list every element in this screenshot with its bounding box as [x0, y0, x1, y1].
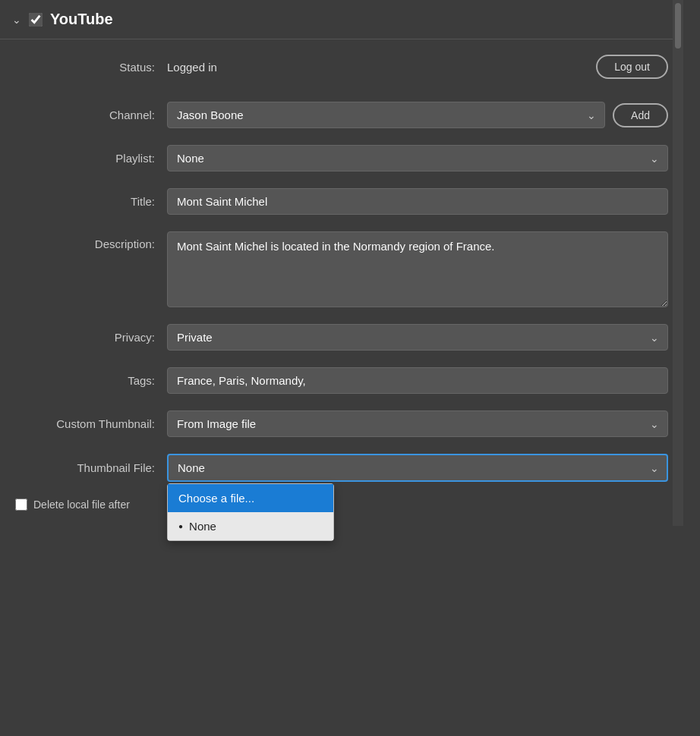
add-channel-button[interactable]: Add — [613, 103, 668, 127]
thumbnail-file-row: Thumbnail File: None ⌄ Choose a file... … — [15, 454, 668, 482]
scrollbar[interactable] — [673, 0, 683, 526]
dropdown-none-item[interactable]: ● None — [168, 512, 333, 540]
youtube-panel: ⌄ YouTube Status: Logged in Log out Chan… — [0, 0, 683, 526]
privacy-row: Privacy: PrivatePublicUnlisted ⌄ — [15, 324, 668, 351]
privacy-select[interactable]: PrivatePublicUnlisted — [167, 324, 668, 351]
playlist-select-wrapper: None ⌄ — [167, 145, 668, 171]
enable-checkbox-wrapper[interactable] — [29, 13, 43, 27]
title-input[interactable] — [167, 188, 668, 215]
tags-input[interactable] — [167, 367, 668, 394]
custom-thumbnail-label: Custom Thumbnail: — [15, 417, 167, 430]
description-textarea[interactable]: Mont Saint Michel is located in the Norm… — [167, 231, 668, 307]
collapse-chevron-icon[interactable]: ⌄ — [12, 14, 21, 26]
privacy-label: Privacy: — [15, 331, 167, 344]
description-label: Description: — [15, 231, 167, 250]
dot-icon: ● — [178, 522, 183, 530]
status-value: Logged in — [167, 61, 596, 74]
enable-checkbox[interactable] — [29, 13, 43, 27]
delete-local-file-label: Delete local file after — [33, 499, 130, 511]
none-label: None — [189, 520, 216, 533]
logout-button[interactable]: Log out — [596, 55, 668, 79]
thumbnail-file-label: Thumbnail File: — [15, 461, 167, 474]
playlist-row: Playlist: None ⌄ — [15, 145, 668, 171]
playlist-select[interactable]: None — [167, 145, 668, 171]
form-area: Status: Logged in Log out Channel: Jason… — [0, 39, 683, 526]
dropdown-choose-file-item[interactable]: Choose a file... — [168, 484, 333, 512]
tags-row: Tags: — [15, 367, 668, 394]
delete-local-file-checkbox[interactable] — [15, 499, 27, 511]
channel-select-wrapper: Jason Boone ⌄ — [167, 102, 605, 128]
delete-checkbox-row: Delete local file after — [15, 499, 668, 511]
playlist-label: Playlist: — [15, 152, 167, 165]
custom-thumbnail-select-wrapper: From Image file None ⌄ — [167, 410, 668, 437]
status-label: Status: — [15, 61, 167, 74]
title-row: Title: — [15, 188, 668, 215]
custom-thumbnail-row: Custom Thumbnail: From Image file None ⌄ — [15, 410, 668, 437]
channel-row: Channel: Jason Boone ⌄ Add — [15, 102, 668, 128]
status-row: Status: Logged in Log out — [15, 55, 668, 79]
scrollbar-thumb — [675, 3, 681, 49]
thumbnail-file-select[interactable]: None — [167, 454, 668, 482]
thumbnail-dropdown-menu: Choose a file... ● None — [167, 483, 334, 541]
custom-thumbnail-select[interactable]: From Image file None — [167, 410, 668, 437]
tags-label: Tags: — [15, 374, 167, 387]
channel-label: Channel: — [15, 109, 167, 121]
description-row: Description: Mont Saint Michel is locate… — [15, 231, 668, 307]
panel-title: YouTube — [50, 11, 113, 28]
choose-file-label: Choose a file... — [178, 492, 254, 505]
title-label: Title: — [15, 195, 167, 208]
thumbnail-file-select-wrapper: None ⌄ Choose a file... ● None — [167, 454, 668, 482]
channel-select[interactable]: Jason Boone — [167, 102, 605, 128]
privacy-select-wrapper: PrivatePublicUnlisted ⌄ — [167, 324, 668, 351]
panel-header: ⌄ YouTube — [0, 0, 683, 39]
